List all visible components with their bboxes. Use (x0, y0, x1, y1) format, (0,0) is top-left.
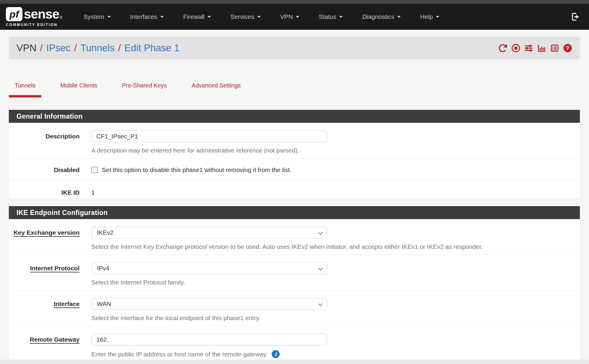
info-icon[interactable]: i (272, 350, 280, 358)
disabled-checkbox[interactable] (91, 167, 98, 173)
menu-status-label: Status (319, 13, 336, 20)
chevron-down-icon (339, 16, 343, 18)
key-exchange-label: Key Exchange version (9, 227, 91, 250)
chevron-down-icon (397, 16, 401, 18)
tab-pre-shared-keys[interactable]: Pre-Shared Keys (116, 81, 173, 90)
chevron-down-icon (296, 16, 299, 18)
tab-mobile-clients[interactable]: Mobile Clients (54, 81, 103, 90)
key-exchange-row: Key Exchange version IKEv2 Select the In… (9, 219, 580, 254)
menu-system-label: System (84, 13, 104, 20)
menu-help[interactable]: Help (420, 13, 439, 20)
menu-diagnostics-label: Diagnostics (362, 13, 394, 20)
page-action-icons: ? (498, 44, 572, 53)
internet-protocol-row: Internet Protocol IPv4 Select the Intern… (9, 254, 580, 290)
breadcrumb-separator: / (74, 42, 77, 54)
breadcrumb: VPN / IPsec / Tunnels / Edit Phase 1 (17, 42, 179, 54)
chevron-down-icon (436, 16, 439, 18)
description-label: Description (9, 130, 91, 154)
interface-value: WAN (97, 300, 111, 307)
svg-text:?: ? (566, 45, 569, 51)
breadcrumb-separator: / (118, 42, 121, 54)
breadcrumb-link-edit-phase1[interactable]: Edit Phase 1 (124, 42, 179, 54)
remote-gateway-row: Remote Gateway Enter the public IP addre… (9, 326, 580, 362)
key-exchange-select[interactable]: IKEv2 (91, 227, 327, 239)
internet-protocol-value: IPv4 (97, 265, 109, 272)
brand-edition-label: COMMUNITY EDITION (6, 23, 62, 27)
brand-name: sense (24, 7, 59, 21)
top-strip (0, 0, 589, 4)
interface-help: Select the interface for the local endpo… (91, 315, 580, 322)
breadcrumb-bar: VPN / IPsec / Tunnels / Edit Phase 1 ? (9, 37, 580, 59)
section-tabs: Tunnels Mobile Clients Pre-Shared Keys A… (9, 81, 247, 90)
internet-protocol-label: Internet Protocol (9, 262, 91, 286)
disabled-checkbox-text: Set this option to disable this phase1 w… (102, 166, 291, 173)
page-bottom-strip (0, 360, 589, 364)
menu-status[interactable]: Status (319, 13, 343, 20)
key-exchange-help: Select the Internet Key Exchange protoco… (91, 243, 580, 250)
disabled-label: Disabled (9, 165, 91, 173)
description-help: A description may be entered here for ad… (91, 147, 580, 154)
ike-id-value: 1 (91, 187, 580, 196)
chevron-down-icon (318, 302, 323, 306)
interface-row: Interface WAN Select the interface for t… (9, 290, 580, 326)
ike-id-label: IKE ID (9, 187, 91, 196)
main-navbar: pf sense ® COMMUNITY EDITION System Inte… (0, 4, 589, 30)
menu-system[interactable]: System (84, 13, 111, 20)
pf-logo-mark: pf (6, 7, 22, 21)
chevron-down-icon (318, 230, 323, 235)
tab-tunnels[interactable]: Tunnels (9, 81, 41, 90)
breadcrumb-link-tunnels[interactable]: Tunnels (80, 42, 115, 54)
remote-gateway-help: Enter the public IP address or host name… (91, 351, 268, 358)
menu-interfaces[interactable]: Interfaces (130, 13, 164, 20)
interface-label: Interface (9, 298, 91, 322)
description-input[interactable] (91, 130, 327, 142)
disabled-row: Disabled Set this option to disable this… (9, 158, 580, 180)
refresh-icon[interactable] (498, 44, 507, 53)
menu-services[interactable]: Services (230, 13, 261, 20)
menu-firewall[interactable]: Firewall (183, 13, 211, 20)
panel-title: IKE Endpoint Configuration (9, 206, 580, 219)
description-row: Description A description may be entered… (9, 123, 580, 158)
navbar-menu: System Interfaces Firewall Services VPN … (84, 13, 440, 20)
menu-help-label: Help (420, 13, 433, 20)
remote-gateway-input[interactable] (91, 334, 327, 345)
chevron-down-icon (207, 16, 211, 18)
general-information-panel: General Information Description A descri… (9, 110, 580, 198)
chevron-down-icon (107, 16, 111, 18)
bar-chart-icon[interactable] (537, 44, 546, 53)
list-icon[interactable] (550, 44, 559, 53)
internet-protocol-select[interactable]: IPv4 (91, 262, 327, 274)
stop-circle-icon[interactable] (511, 44, 520, 53)
breadcrumb-separator: / (40, 42, 43, 54)
remote-gateway-label: Remote Gateway (9, 334, 91, 358)
ike-id-row: IKE ID 1 (9, 180, 580, 203)
chevron-down-icon (318, 266, 323, 271)
tab-advanced-settings[interactable]: Advanced Settings (186, 81, 247, 90)
menu-interfaces-label: Interfaces (130, 13, 157, 20)
panel-title: General Information (9, 110, 580, 123)
breadcrumb-vpn: VPN (17, 42, 37, 54)
menu-firewall-label: Firewall (183, 13, 204, 20)
pfsense-logo[interactable]: pf sense ® COMMUNITY EDITION (6, 7, 62, 27)
interface-select[interactable]: WAN (91, 298, 327, 310)
help-circle-icon[interactable]: ? (563, 44, 572, 53)
chevron-down-icon (160, 16, 164, 18)
internet-protocol-help: Select the Internet Protocol family. (91, 279, 580, 286)
sliders-icon[interactable] (524, 44, 533, 53)
sign-out-icon[interactable] (570, 12, 580, 22)
menu-services-label: Services (230, 13, 254, 20)
chevron-down-icon (257, 16, 261, 18)
registered-mark: ® (60, 16, 62, 20)
menu-vpn[interactable]: VPN (280, 13, 299, 20)
breadcrumb-link-ipsec[interactable]: IPsec (46, 42, 71, 54)
menu-diagnostics[interactable]: Diagnostics (362, 13, 401, 20)
key-exchange-value: IKEv2 (97, 229, 113, 236)
ike-endpoint-panel: IKE Endpoint Configuration Key Exchange … (9, 206, 580, 360)
menu-vpn-label: VPN (280, 13, 293, 20)
